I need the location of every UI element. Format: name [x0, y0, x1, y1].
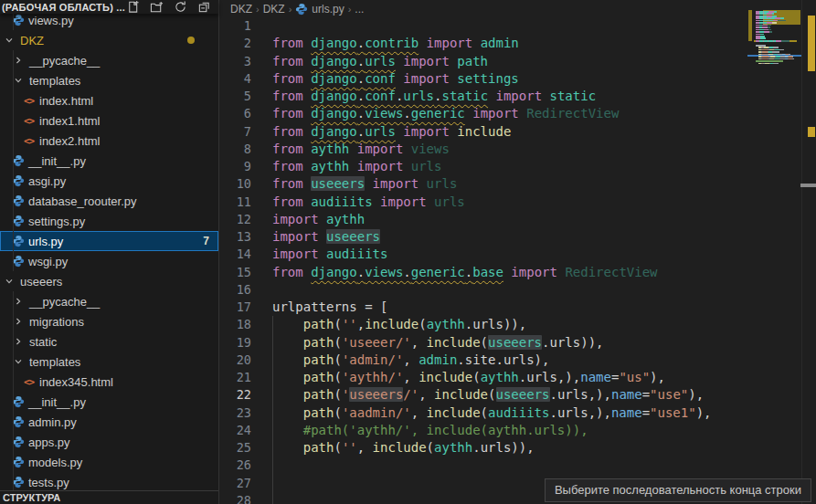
tree-item-apps.py[interactable]: apps.py [0, 432, 218, 452]
tree-item-migrations[interactable]: migrations [0, 311, 218, 331]
tree-item-admin.py[interactable]: admin.py [0, 412, 218, 432]
code-line-21[interactable]: 21 path('aythh/', include(aythh.urls,),n… [220, 369, 816, 386]
outline-section-header[interactable]: СТРУКТУРА [0, 490, 218, 504]
code-text: import audiiits [272, 246, 387, 263]
tree-item-label: admin.py [28, 415, 77, 429]
breadcrumb-item-...[interactable]: ... [355, 3, 364, 16]
new-folder-icon[interactable] [149, 0, 164, 15]
explorer-section-header[interactable]: (РАБОЧАЯ ОБЛАСТЬ) ... [0, 0, 218, 14]
tree-item-wsgi.py[interactable]: wsgi.py [0, 251, 218, 271]
breadcrumb-item-urls.py[interactable]: urls.py [295, 3, 344, 16]
tree-item-urls.py[interactable]: urls.py7 [0, 231, 218, 251]
code-line-3[interactable]: 3from django.urls import path [220, 53, 816, 70]
overview-ruler[interactable] [802, 0, 816, 504]
code-line-7[interactable]: 7from django.urls import include [220, 123, 816, 141]
code-line-11[interactable]: 11from audiiits import urls [220, 194, 816, 211]
tree-item-__pycache__[interactable]: __pycache__ [0, 50, 218, 70]
code-line-24[interactable]: 24 #path('aythh/', include(aythh.urls)), [220, 422, 816, 439]
code-line-18[interactable]: 18 path('',include(aythh.urls)), [220, 316, 816, 333]
tree-item-static[interactable]: static [0, 331, 218, 352]
line-number: 14 [220, 246, 251, 263]
tree-item-index345.html[interactable]: <>index345.html [0, 372, 218, 392]
tree-item-label: __init__.py [28, 395, 86, 409]
tree-item-database_roouter.py[interactable]: database_roouter.py [0, 191, 218, 211]
code-line-26[interactable]: 26 [220, 457, 816, 474]
line-number: 8 [220, 141, 251, 158]
chevron-right-icon [13, 296, 24, 307]
minimap-line [756, 49, 784, 51]
tree-item-label: useeers [20, 275, 62, 289]
code-line-1[interactable]: 1 [220, 17, 816, 35]
code-line-22[interactable]: 22 path('useeers/', include(useeers.urls… [220, 386, 816, 404]
breadcrumb-item-DKZ[interactable]: DKZ [263, 3, 285, 16]
code-area[interactable]: 12from django.contrib import admin3from … [220, 17, 816, 504]
html-file-icon: <> [22, 114, 36, 128]
tree-item-settings.py[interactable]: settings.py [0, 211, 218, 231]
line-number: 7 [220, 123, 251, 141]
tree-item-useeers[interactable]: useeers [0, 271, 218, 291]
tree-item-label: templates [29, 355, 80, 369]
code-line-12[interactable]: 12import aythh [220, 211, 816, 228]
minimap-line [756, 26, 770, 28]
code-line-10[interactable]: 10from useeers import urls [220, 175, 816, 193]
tree-item-asgi.py[interactable]: asgi.py [0, 171, 218, 191]
collapse-all-icon[interactable] [196, 0, 211, 15]
minimap-line [756, 31, 772, 33]
code-line-16[interactable]: 16 [220, 281, 816, 299]
tree-item-index1.html[interactable]: <>index1.html [0, 110, 218, 131]
tree-item-index.html[interactable]: <>index.html [0, 90, 218, 110]
code-text: import aythh [272, 211, 365, 228]
tree-item-templates[interactable]: templates [0, 70, 218, 90]
html-file-icon: <> [22, 375, 36, 389]
python-file-icon [11, 255, 25, 268]
line-number: 26 [220, 457, 251, 474]
tree-item-__pycache__[interactable]: __pycache__ [0, 291, 218, 311]
code-line-14[interactable]: 14import audiiits [220, 246, 816, 263]
code-line-8[interactable]: 8from aythh import views [220, 141, 816, 158]
code-text: #path('aythh/', include(aythh.urls)), [272, 422, 588, 439]
code-line-25[interactable]: 25 path('', include(aythh.urls)), [220, 439, 816, 457]
tree-item-templates[interactable]: templates [0, 352, 218, 372]
code-line-13[interactable]: 13import useeers [220, 228, 816, 246]
code-text: from django.urls import include [272, 123, 511, 141]
breadcrumb-separator-icon: › [347, 4, 353, 15]
breadcrumb-item-DKZ[interactable]: DKZ [230, 3, 252, 16]
statusbar-tooltip: Выберите последовательность конца строки [545, 478, 811, 502]
code-line-17[interactable]: 17urlpatterns = [ [220, 299, 816, 316]
line-number: 10 [220, 175, 251, 193]
code-line-9[interactable]: 9from aythh import urls [220, 158, 816, 175]
code-text: from useeers import urls [272, 175, 457, 193]
chevron-down-icon [4, 276, 15, 287]
line-number: 13 [220, 228, 251, 246]
minimap-line [756, 36, 765, 37]
code-line-20[interactable]: 20 path('admin/', admin.site.urls), [220, 352, 816, 369]
code-line-4[interactable]: 4from django.conf import settings [220, 70, 816, 88]
minimap[interactable] [748, 0, 801, 504]
tree-item-models.py[interactable]: models.py [0, 452, 218, 472]
code-text: urlpatterns = [ [272, 299, 387, 316]
new-file-icon[interactable] [125, 0, 140, 15]
tree-item-label: settings.py [28, 215, 85, 228]
tree-item-DKZ[interactable]: DKZ [0, 30, 218, 50]
refresh-icon[interactable] [173, 0, 187, 15]
minimap-line [756, 29, 771, 31]
tree-item-label: urls.py [28, 235, 63, 248]
line-number: 11 [220, 194, 251, 211]
workspace-title: (РАБОЧАЯ ОБЛАСТЬ) ... [2, 2, 125, 13]
python-file-icon [11, 235, 25, 248]
line-number: 4 [220, 70, 251, 88]
code-line-23[interactable]: 23 path('aadmin/', include(audiiits.urls… [220, 404, 816, 422]
code-text: from django.views.generic.base import Re… [272, 264, 658, 281]
code-line-2[interactable]: 2from django.contrib import admin [220, 35, 816, 52]
tree-item-index2.html[interactable]: <>index2.html [0, 131, 218, 151]
code-line-19[interactable]: 19 path('useeer/', include(useeers.urls)… [220, 334, 816, 352]
tree-item-tests.py[interactable]: tests.py [0, 472, 218, 492]
python-file-icon [11, 14, 25, 27]
code-line-15[interactable]: 15from django.views.generic.base import … [220, 264, 816, 281]
tree-item-__init__.py[interactable]: __init__.py [0, 392, 218, 412]
code-text: from audiiits import urls [272, 194, 465, 211]
code-line-6[interactable]: 6from django.views.generic import Redire… [220, 105, 816, 122]
code-line-5[interactable]: 5from django.conf.urls.static import sta… [220, 88, 816, 105]
minimap-line [756, 40, 790, 42]
tree-item-__init__.py[interactable]: __init__.py [0, 151, 218, 171]
